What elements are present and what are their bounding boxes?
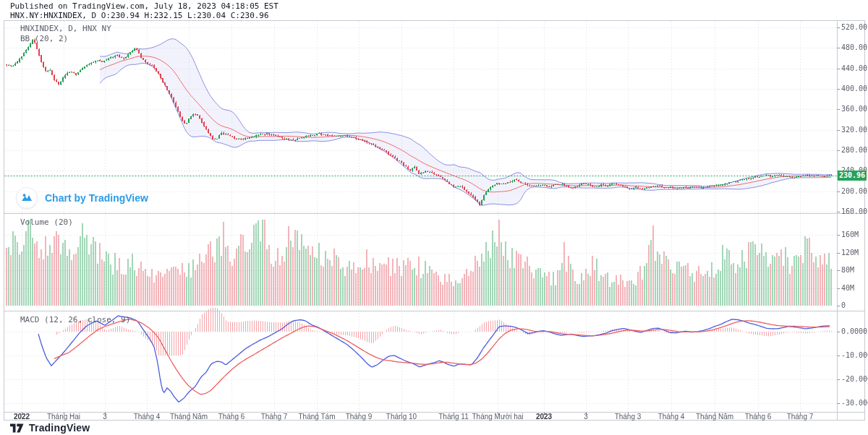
axis-tick-label: 160.00 <box>841 208 867 215</box>
macd-legend: MACD (12, 26, close, 9) <box>20 315 130 324</box>
axis-tick-label: -20.0000 <box>841 376 867 383</box>
watermark-link[interactable]: Chart by TradingView <box>16 187 148 209</box>
axis-tick-label: 80M <box>841 267 867 274</box>
axis-tick-label: 320.00 <box>841 126 867 134</box>
symbol-ohlc-line: HNX.NY:HNXINDEX, D O:230.94 H:232.15 L:2… <box>10 12 269 20</box>
axis-tick-label: 0.0000 <box>841 328 867 335</box>
axis-tick-label: 40M <box>841 285 867 292</box>
axis-tick-label: 520.00 <box>841 24 867 31</box>
axis-tick-label: 120M <box>841 249 867 257</box>
axis-tick-label: 360.00 <box>841 105 867 113</box>
last-price-tag: 230.96 <box>838 171 867 181</box>
axis-tick-label: -10.0000 <box>841 352 867 359</box>
price-legend-symbol: HNXINDEX, D, HNX NY <box>20 24 111 33</box>
axis-tick-label: -30.0000 <box>841 400 867 407</box>
tradingview-cloud-icon <box>16 187 38 209</box>
chart-canvas[interactable] <box>0 0 868 435</box>
watermark-text: Chart by TradingView <box>45 192 148 204</box>
footer-tradingview-logo[interactable]: TradingView <box>10 422 90 434</box>
footer-logo-text: TradingView <box>29 422 90 434</box>
axis-tick-label: 280.00 <box>841 147 867 154</box>
axis-tick-label: 480.00 <box>841 44 867 51</box>
axis-tick-label: 440.00 <box>841 65 867 72</box>
axis-tick-label: 160M <box>841 231 867 238</box>
axis-tick-label: 400.00 <box>841 85 867 92</box>
volume-legend: Volume (20) <box>20 218 73 227</box>
published-line: Published on TradingView.com, July 18, 2… <box>10 2 278 11</box>
time-axis-label: Tháng 7 <box>767 413 833 421</box>
tradingview-snapshot: Published on TradingView.com, July 18, 2… <box>0 0 868 435</box>
tradingview-mark-icon <box>10 423 24 434</box>
axis-tick-label: 200.00 <box>841 188 867 195</box>
price-legend-bb: BB (20, 2) <box>20 34 68 43</box>
axis-tick-label: 0 <box>841 302 867 309</box>
